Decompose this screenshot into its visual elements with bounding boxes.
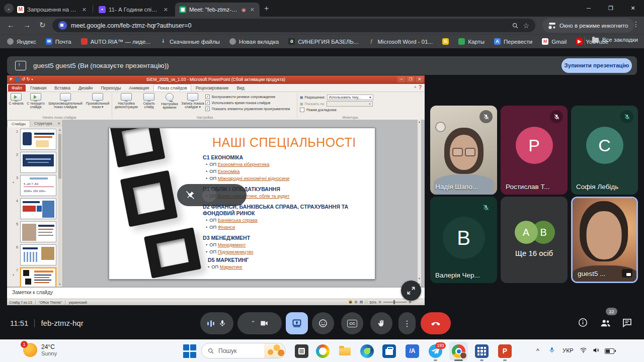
- reading-view-icon[interactable]: ▤: [360, 300, 363, 304]
- slide-thumbnail-7-selected[interactable]: [20, 267, 56, 288]
- participant-tile-valeriya[interactable]: В Валерія Чер...: [430, 197, 497, 283]
- bookmark-item[interactable]: Яндекс: [7, 38, 36, 45]
- slide-thumbnail-6[interactable]: [20, 244, 56, 265]
- volume-icon[interactable]: [592, 346, 600, 354]
- ppt-close-button[interactable]: ✕: [416, 76, 424, 82]
- start-button[interactable]: [183, 344, 197, 358]
- wifi-icon[interactable]: [580, 346, 587, 354]
- program-link[interactable]: Підприємництво: [218, 249, 254, 254]
- slideshow-view-icon[interactable]: ⛶: [365, 300, 367, 304]
- browser-tab-classroom[interactable]: ▪ 11- А Години спілкування, вио ✕: [95, 3, 173, 17]
- zoom-icon[interactable]: [512, 22, 519, 29]
- microphone-button[interactable]: [200, 312, 233, 334]
- program-link[interactable]: Маркетинг: [220, 264, 243, 269]
- bookmark-item[interactable]: M Gmail: [542, 38, 567, 45]
- program-link[interactable]: Менеджмент: [218, 242, 246, 247]
- from-beginning-button[interactable]: С начала: [8, 93, 24, 113]
- record-slideshow-button[interactable]: Запись показа слайдов ▾: [181, 93, 204, 113]
- notes-pane[interactable]: Заметки к слайду: [7, 287, 425, 299]
- ribbon-tab[interactable]: Вид: [233, 84, 248, 92]
- more-participants-tile[interactable]: А В Ще 16 осіб: [501, 197, 568, 283]
- normal-view-icon[interactable]: ▣: [348, 300, 353, 304]
- bookmark-item[interactable]: ƒ Microsoft Word - 01...: [368, 38, 433, 45]
- battery-icon[interactable]: [605, 348, 614, 354]
- bookmark-item[interactable]: ά СИНЕРГИЯ БАЗЕЛЬ...: [288, 38, 358, 45]
- language-indicator[interactable]: украинский: [68, 301, 87, 304]
- ribbon-tab[interactable]: Главная: [27, 84, 50, 92]
- chevron-up-icon[interactable]: ⌃: [251, 320, 256, 327]
- tab-close-icon[interactable]: ✕: [81, 7, 88, 13]
- chrome-icon-active[interactable]: [452, 344, 465, 358]
- slide-thumbnail-2[interactable]: [20, 152, 56, 173]
- browser-tab-meet[interactable]: ▣ Meet: "feb-ztmz-hqr" ◉ ✕: [175, 3, 260, 17]
- window-close-button[interactable]: ✕: [622, 0, 644, 17]
- tray-chevron-icon[interactable]: ^: [536, 347, 539, 354]
- back-button[interactable]: ←: [7, 21, 15, 29]
- checkbox-presenter-view[interactable]: Режим докладчика: [300, 108, 389, 112]
- ppt-restore-button[interactable]: ❐: [407, 76, 415, 82]
- ribbon-help-icon[interactable]: ˄ ❓: [414, 85, 423, 89]
- more-options-button[interactable]: ⋮: [398, 312, 416, 334]
- picture-in-picture-icon[interactable]: [622, 269, 632, 278]
- all-bookmarks-button[interactable]: Все закладки: [592, 37, 638, 43]
- window-minimize-button[interactable]: ─: [578, 0, 600, 17]
- file-explorer-icon[interactable]: [338, 344, 352, 358]
- new-tab-button[interactable]: ＋: [263, 4, 270, 13]
- edge-icon[interactable]: [360, 344, 374, 358]
- zoom-in-icon[interactable]: ⊕: [409, 300, 412, 304]
- stop-presenting-button[interactable]: Зупинити презентацію: [561, 58, 632, 73]
- taskbar-search[interactable]: Пошук: [201, 343, 286, 358]
- bookmark-item[interactable]: Карты: [458, 38, 485, 45]
- ppt-minimize-button[interactable]: ─: [397, 76, 406, 82]
- checkbox-show-media-controls[interactable]: ✓ Показать элементы управления проигрыва…: [205, 107, 295, 111]
- powerpoint-taskbar-icon[interactable]: P: [498, 344, 512, 358]
- camera-button[interactable]: ⌃: [237, 312, 282, 334]
- program-link[interactable]: Фінанси: [218, 225, 235, 230]
- tab-search-button[interactable]: ⌄: [4, 4, 14, 13]
- participant-tile-sofiya[interactable]: С Софія Лебідь: [571, 106, 638, 195]
- reactions-button[interactable]: [312, 312, 334, 334]
- rehearse-timings-button[interactable]: Настройка времени: [159, 93, 180, 113]
- ribbon-tab[interactable]: Переходы: [97, 84, 124, 92]
- ribbon-tab[interactable]: Дизайн: [75, 84, 97, 92]
- slide-thumbnail-4[interactable]: [20, 198, 56, 219]
- slide-scrollbar[interactable]: ▲ ▲ ▼: [417, 120, 421, 287]
- tray-mic-icon[interactable]: [548, 346, 555, 353]
- microsoft-store-icon[interactable]: [382, 344, 396, 358]
- office-grid-icon[interactable]: [475, 344, 489, 358]
- captions-button[interactable]: CC: [341, 312, 363, 334]
- chat-panel-button[interactable]: [622, 317, 632, 328]
- weather-widget[interactable]: 1 24°C Sunny: [23, 343, 57, 357]
- slide-thumbnail-5[interactable]: [20, 221, 56, 242]
- tab-close-icon[interactable]: ✕: [249, 7, 256, 13]
- panel-tab-outline[interactable]: Структура: [30, 120, 56, 127]
- forward-button[interactable]: →: [23, 21, 31, 29]
- people-panel-button[interactable]: [600, 317, 611, 329]
- from-current-slide-button[interactable]: С текущего слайда: [25, 93, 46, 113]
- program-link[interactable]: Економічна кібернетика: [218, 162, 270, 167]
- reload-button[interactable]: ↻: [39, 21, 46, 30]
- panel-close-icon[interactable]: ✕: [57, 122, 62, 126]
- bookmark-star-icon[interactable]: ☆: [523, 22, 529, 30]
- tab-close-icon[interactable]: ✕: [163, 7, 169, 13]
- bookmark-item-g[interactable]: G: [442, 38, 449, 45]
- telegram-icon[interactable]: 193: [429, 344, 442, 358]
- slide-thumbnail-1[interactable]: [20, 129, 56, 150]
- setup-slideshow-button[interactable]: Настройка демонстрации: [114, 93, 139, 113]
- bookmark-item[interactable]: ✉ Почта: [46, 38, 71, 45]
- hide-slide-button[interactable]: Скрыть слайд: [140, 93, 158, 113]
- unpin-overlay[interactable]: [177, 184, 247, 206]
- expand-shared-screen-button[interactable]: [401, 281, 421, 301]
- program-link[interactable]: Економіка: [218, 169, 240, 174]
- leave-call-button[interactable]: [421, 312, 451, 334]
- app-ia-icon[interactable]: /A: [406, 344, 419, 358]
- present-button-active[interactable]: [286, 312, 308, 334]
- panel-tab-slides[interactable]: Слайды: [7, 120, 30, 127]
- sorter-view-icon[interactable]: ⊞: [355, 300, 358, 304]
- custom-slideshow-button[interactable]: Произвольный показ ▾: [85, 93, 111, 113]
- task-view-button[interactable]: [295, 344, 308, 358]
- program-link[interactable]: Міжнародні економічні відносини: [218, 176, 289, 181]
- ribbon-tab[interactable]: Вставка: [51, 84, 74, 92]
- checkbox-play-narrations[interactable]: ✓ Воспроизвести речевое сопровождение: [205, 95, 295, 99]
- panel-scrollbar[interactable]: ▲ ▼: [58, 128, 62, 286]
